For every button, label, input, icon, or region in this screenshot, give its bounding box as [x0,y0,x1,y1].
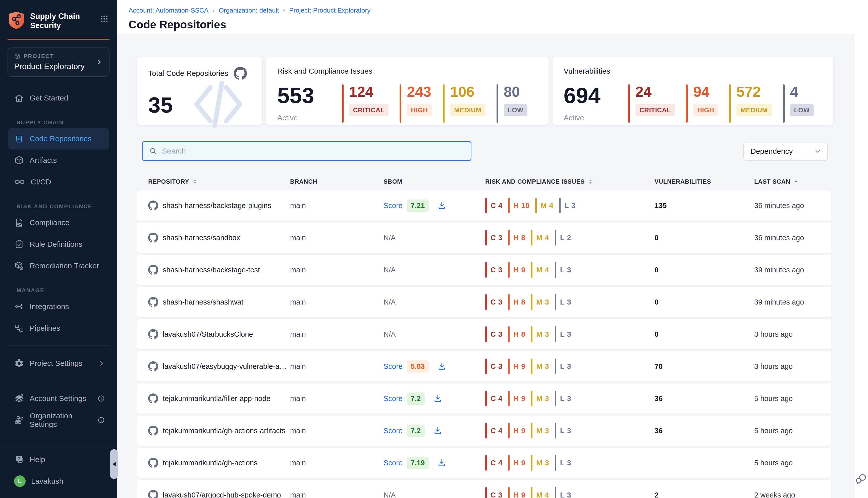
pill-bar [485,294,487,310]
download-sbom-icon[interactable] [437,458,446,467]
pill-bar [531,230,532,246]
right-gutter [853,34,868,498]
pill-count: 10 [521,201,530,210]
table-row[interactable]: shash-harness/shashwatmainN/AC 3H 8M 3L … [137,287,831,317]
sidebar-nav: SUPPLY CHAIN</>Code RepositoriesArtifact… [0,109,117,339]
table-row[interactable]: shash-harness/backstage-testmainN/AC 3H … [137,255,831,285]
pill-count: 3 [545,459,549,467]
user-menu[interactable]: L Lavakush [8,470,109,492]
pill-bar [555,423,556,438]
sidebar-item-code-repositories[interactable]: </>Code Repositories [8,128,109,149]
app-switcher-icon[interactable] [100,15,108,23]
sidebar-item-compliance[interactable]: Compliance [8,212,109,233]
download-sbom-icon[interactable] [437,201,446,210]
table-row[interactable]: tejakummarikuntla/gh-actionsmainScore7.1… [137,448,831,478]
svg-text:</>: </> [17,137,21,141]
search-box [142,141,471,161]
sbom-cell: N/A [384,234,485,242]
table-row[interactable]: lavakush07/StarbucksClonemainN/AC 3H 8M … [137,319,831,349]
pill-count: 3 [498,330,503,338]
repo-name-link[interactable]: shash-harness/backstage-test [163,266,260,274]
issues-cell: C 3H 8M 4L 2 [485,230,646,246]
column-header-label: REPOSITORY [148,178,189,185]
sbom-cell: Score7.21 [384,199,485,212]
repo-name-link[interactable]: tejakummarikuntla/gh-actions-artifacts [163,427,285,435]
repo-name-link[interactable]: lavakush07/argocd-hub-spoke-demo [163,491,281,498]
pill-text: L 3 [560,491,571,498]
breadcrumb-link-0[interactable]: Account: Automation-SSCA [129,6,209,14]
sidebar-item-pipelines[interactable]: Pipelines [8,317,109,339]
sbom-score-badge: 5.83 [406,360,429,372]
issue-pill-high: H 10 [508,198,530,213]
help-chat-icon: ? [14,455,24,464]
dependency-filter-dropdown[interactable]: Dependency [744,142,828,160]
download-sbom-icon[interactable] [433,426,442,435]
code-watermark-icon [189,75,247,133]
table-row[interactable]: lavakush07/argocd-hub-spoke-demomainN/AC… [137,480,831,498]
table-row[interactable]: shash-harness/sandboxmainN/AC 3H 8M 4L 2… [137,223,831,253]
chevron-down-icon [814,147,822,155]
breadcrumb-link-1[interactable]: Organization: default [219,6,279,14]
table-row[interactable]: lavakush07/easybuggy-vulnerable-app...ma… [137,351,831,381]
sidebar-item-get-started[interactable]: Get Started [8,87,109,109]
table-row[interactable]: tejakummarikuntla/filler-app-nodemainSco… [137,383,831,414]
issue-pill-high: H 9 [508,262,525,278]
repo-name-link[interactable]: lavakush07/easybuggy-vulnerable-app... [163,362,290,371]
sidebar-item-integrations[interactable]: Integrations [8,296,109,317]
repo-name-link[interactable]: tejakummarikuntla/filler-app-node [163,394,270,403]
sbom-score-badge: 7.2 [406,424,425,437]
pill-text: M 3 [536,330,549,339]
pill-text: H 9 [513,459,525,467]
column-header-repository[interactable]: REPOSITORY [148,178,290,185]
column-header-risk-and-compliance-issues[interactable]: RISK AND COMPLIANCE ISSUES [485,178,646,185]
project-label: PROJECT [24,53,54,60]
pill-bar [531,262,532,278]
repo-name-link[interactable]: shash-harness/sandbox [163,234,240,242]
issue-pill-critical: C 3 [485,358,503,374]
support-chat-icon[interactable] [855,472,867,486]
sidebar-item-project-settings[interactable]: Project Settings [8,353,109,374]
severity-count: 80 [504,84,520,99]
repo-cell: tejakummarikuntla/gh-actions-artifacts [148,425,290,436]
pill-abbr: C [491,201,496,210]
pill-bar [555,391,556,406]
sidebar-item-organization-settings[interactable]: Organization Settings [8,409,109,431]
sidebar-item-account-settings[interactable]: Account Settings [8,388,109,409]
severity-badge: CRITICAL [349,104,389,116]
pipelines-icon [14,323,24,333]
repo-name-link[interactable]: tejakummarikuntla/gh-actions [163,459,257,467]
breadcrumb-link-2[interactable]: Project: Product Exploratory [289,6,371,14]
pill-bar [485,262,487,278]
sidebar-item-label: Account Settings [30,394,86,403]
issues-cell: C 4H 9M 3L 3 [485,455,646,471]
sbom-score-badge: 7.19 [406,457,429,469]
table-row[interactable]: tejakummarikuntla/gh-actions-artifactsma… [137,416,831,446]
risk-severities: 124CRITICAL243HIGH106MEDIUM80LOW [314,84,528,122]
severity-count: 94 [693,84,709,99]
search-input[interactable] [161,146,465,156]
repo-name-link[interactable]: shash-harness/backstage-plugins [163,201,271,210]
info-icon [97,395,105,402]
project-selector[interactable]: PROJECT Product Exploratory [8,48,109,77]
sidebar-item-artifacts[interactable]: Artifacts [8,149,109,171]
severity-count: 4 [790,84,798,99]
repo-name-link[interactable]: shash-harness/shashwat [163,298,243,306]
branch-cell: main [290,266,384,274]
repo-name-link[interactable]: lavakush07/StarbucksClone [163,330,253,339]
sbom-cell: N/A [384,330,485,339]
sidebar-collapse-handle[interactable] [110,449,118,479]
sbom-score-label: Score [384,427,403,435]
sidebar-item-remediation-tracker[interactable]: Remediation Tracker [8,255,109,277]
sidebar-item-help[interactable]: ? Help [8,449,109,470]
pill-bar [531,391,532,406]
table-row[interactable]: shash-harness/backstage-pluginsmainScore… [137,191,831,221]
sidebar-item-label: Remediation Tracker [30,262,99,270]
pill-text: L 3 [560,266,571,274]
sbom-score-label: Score [384,201,403,210]
download-sbom-icon[interactable] [437,362,446,371]
sidebar-item-rule-definitions[interactable]: Rule Definitions [8,233,109,255]
download-sbom-icon[interactable] [433,394,442,403]
pill-abbr: C [491,427,496,435]
column-header-last-scan[interactable]: LAST SCAN [745,178,822,185]
sidebar-item-ci-cd[interactable]: CI/CD [8,171,109,193]
